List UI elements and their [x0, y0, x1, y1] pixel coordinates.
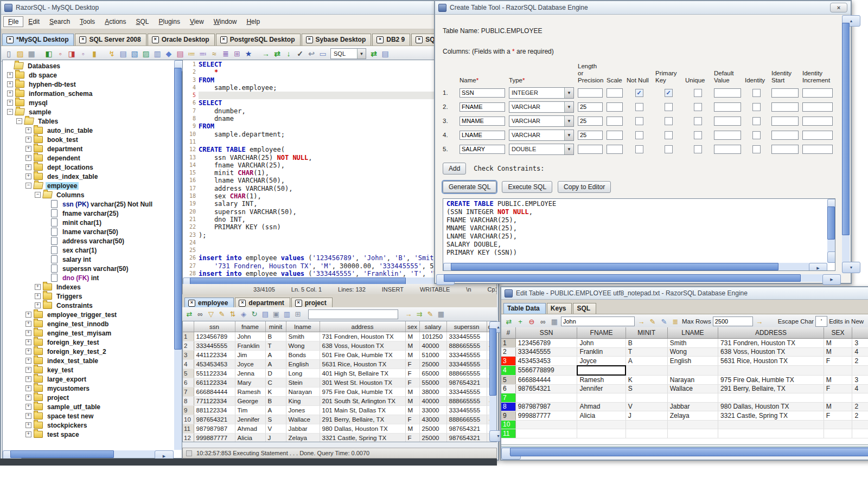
- tree-item-dependent[interactable]: +dependent: [3, 153, 174, 163]
- menu-file[interactable]: File: [3, 16, 23, 27]
- table-cell[interactable]: 881122334: [194, 406, 235, 415]
- table-cell[interactable]: Narayan: [667, 375, 718, 384]
- table-cell[interactable]: 25000: [419, 434, 446, 442]
- table-cell[interactable]: Alicia: [235, 434, 265, 442]
- table-cell[interactable]: 2: [852, 402, 868, 411]
- table-cell[interactable]: 401 High St, Bellaire TX: [320, 369, 405, 378]
- tree-item-hyphen-db-test[interactable]: +hyphen-db-test: [3, 80, 174, 89]
- table-cell[interactable]: Jennifer: [235, 415, 265, 424]
- identity-increment-input[interactable]: [802, 88, 833, 98]
- table-cell[interactable]: Joyce: [235, 360, 265, 369]
- close-tab-icon[interactable]: ×: [416, 36, 423, 43]
- table-cell[interactable]: Jabbar: [667, 402, 718, 411]
- edit-grid-icon[interactable]: ✎: [425, 309, 435, 319]
- table-cell[interactable]: F: [824, 384, 852, 393]
- identity-increment-input[interactable]: [802, 102, 833, 112]
- table-cell[interactable]: K: [626, 375, 667, 384]
- database-icon[interactable]: ▮: [89, 48, 100, 59]
- table-row[interactable]: 5666884444RameshKNarayan975 Fire Oak, Hu…: [501, 375, 868, 384]
- close-icon[interactable]: ×: [830, 3, 847, 12]
- scroll-down-icon[interactable]: ▼: [842, 262, 860, 273]
- table-cell[interactable]: 987654321: [194, 415, 235, 424]
- table-cell[interactable]: Ramesh: [235, 387, 265, 397]
- rotate-results-icon[interactable]: ↻: [250, 309, 259, 319]
- table-cell[interactable]: [515, 420, 577, 429]
- table-cell[interactable]: 987654321: [515, 384, 577, 393]
- table-cell[interactable]: 40000: [419, 341, 446, 351]
- table-cell[interactable]: [577, 420, 626, 429]
- table-cell[interactable]: English: [286, 360, 320, 369]
- table-cell[interactable]: A: [265, 406, 286, 415]
- table-cell[interactable]: 5631 Rice, Houston TX: [718, 357, 824, 366]
- tree-item-dept-locations[interactable]: +dept_locations: [3, 163, 174, 172]
- table-cell[interactable]: Jenna: [235, 369, 265, 378]
- column-list-icon[interactable]: ▤: [260, 309, 270, 319]
- table-cell[interactable]: 638 Voss, Houston TX: [320, 341, 405, 351]
- row-number[interactable]: 9: [501, 411, 515, 421]
- tree-item-databases[interactable]: Databases: [3, 61, 174, 70]
- delete-row-icon[interactable]: ⊖: [527, 316, 537, 326]
- table-row[interactable]: 9999887777AliciaJZelaya3321 Castle, Spri…: [501, 411, 868, 421]
- table-cell[interactable]: M: [405, 406, 419, 415]
- table-cell[interactable]: Franklin: [235, 341, 265, 351]
- table-cell[interactable]: A: [265, 360, 286, 369]
- column-default-input[interactable]: [714, 145, 741, 154]
- object-list-icon[interactable]: ▤: [380, 48, 391, 59]
- query-builder-icon[interactable]: ≔: [186, 48, 197, 59]
- save-file-icon[interactable]: ▦: [26, 48, 37, 59]
- column-name-input[interactable]: [459, 145, 505, 154]
- copy-to-editor-button[interactable]: Copy to Editor: [558, 181, 611, 193]
- edit-column-header-sex[interactable]: SEX: [824, 327, 852, 339]
- sort-results-icon[interactable]: ⇅: [228, 309, 238, 319]
- table-cell[interactable]: 999887777: [515, 411, 577, 421]
- table-cell[interactable]: 4: [852, 347, 868, 357]
- table-cell[interactable]: English: [667, 357, 718, 366]
- table-contents-icon[interactable]: ▤: [175, 48, 186, 59]
- table-cell[interactable]: 333445555: [515, 347, 577, 357]
- table-cell[interactable]: 333445555: [446, 332, 487, 341]
- scroll-down-icon[interactable]: ▼: [827, 251, 835, 263]
- table-cell[interactable]: 65000: [419, 369, 446, 378]
- results-column-header-address[interactable]: address: [320, 321, 405, 332]
- results-scroll-thumb[interactable]: [489, 328, 496, 396]
- table-cell[interactable]: F: [405, 360, 419, 369]
- table-row[interactable]: 45566778899: [501, 366, 868, 376]
- table-row[interactable]: 10987654321JenniferSWallace291 Berry, Be…: [183, 415, 489, 424]
- tree-item-dno-fk-int[interactable]: dno (FK) int: [3, 273, 174, 282]
- edit-column-header-fname[interactable]: FNAME: [577, 327, 626, 339]
- close-tab-icon[interactable]: ×: [306, 36, 313, 43]
- menu-search[interactable]: Search: [44, 16, 75, 27]
- tree-item-key-test[interactable]: +key_test: [3, 365, 174, 374]
- column-length-input[interactable]: [578, 145, 603, 154]
- table-row[interactable]: 4453453453JoyceAEnglish5631 Rice, Housto…: [183, 360, 489, 369]
- table-cell[interactable]: 333445555: [446, 387, 487, 397]
- table-cell[interactable]: Alicia: [577, 411, 626, 421]
- table-cell[interactable]: 2: [852, 411, 868, 421]
- table-cell[interactable]: 3321 Castle, Spring TX: [320, 434, 405, 442]
- table-cell[interactable]: King: [286, 397, 320, 406]
- explain-plan-icon[interactable]: ≈: [209, 48, 220, 59]
- menu-edit[interactable]: Edit: [23, 16, 44, 27]
- table-cell[interactable]: 201 South St, Arlington TX: [320, 397, 405, 406]
- tree-expander-icon[interactable]: +: [25, 348, 31, 354]
- chevron-down-icon[interactable]: ▼: [357, 49, 366, 59]
- table-cell[interactable]: 980 Dallas, Houston TX: [718, 402, 824, 411]
- search-go-icon[interactable]: →: [636, 316, 646, 326]
- row-number[interactable]: 4: [501, 366, 515, 376]
- tree-expander-icon[interactable]: −: [16, 118, 22, 124]
- table-cell[interactable]: 975 Fire Oak, Humble TX: [320, 387, 405, 397]
- unique-checkbox[interactable]: [694, 103, 702, 111]
- table-cell[interactable]: 888665555: [446, 397, 487, 406]
- tree-item-superssn-varchar-50[interactable]: superssn varchar(50): [3, 264, 174, 273]
- export-data-icon[interactable]: ⊞: [232, 48, 242, 59]
- table-row[interactable]: 11987987987AhmadVJabbar980 Dallas, Houst…: [183, 424, 489, 434]
- chevron-down-icon[interactable]: ▼: [564, 88, 573, 98]
- export-results-icon[interactable]: ⊞: [293, 309, 303, 319]
- undo-icon[interactable]: ↩: [306, 48, 317, 59]
- tree-item-index-test-table[interactable]: +index_test_table: [3, 356, 174, 365]
- table-cell[interactable]: T: [626, 347, 667, 357]
- table-cell[interactable]: Jim: [235, 351, 265, 360]
- table-cell[interactable]: 666884444: [515, 375, 577, 384]
- tree-item-foreign-key-test[interactable]: +foreign_key_test: [3, 338, 174, 347]
- row-number[interactable]: 3: [501, 357, 515, 366]
